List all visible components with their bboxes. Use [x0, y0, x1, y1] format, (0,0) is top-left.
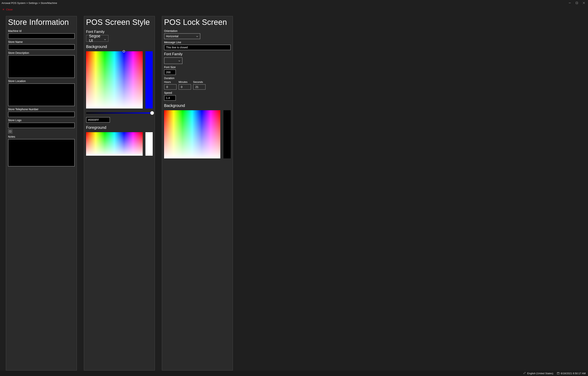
font-family-label-style: Font Family: [86, 30, 153, 34]
foreground-swatch: [145, 132, 153, 156]
font-family-select-lock[interactable]: [164, 57, 182, 64]
store-information-panel: Store Information Machine Id Store Name …: [6, 16, 77, 371]
font-size-input[interactable]: [164, 70, 176, 75]
lock-background-spectrum[interactable]: [164, 110, 220, 158]
store-location-label: Store Location: [8, 80, 75, 83]
speed-input[interactable]: [164, 95, 176, 101]
notes-label: Notes: [8, 135, 75, 138]
spectrum-cursor-icon: [123, 50, 125, 52]
chevron-down-icon: [196, 35, 198, 37]
datetime-value: 6/18/2021 6:50:17 AM: [561, 372, 586, 375]
font-family-select-style[interactable]: Segoe UI: [86, 35, 108, 42]
status-language[interactable]: A 字 English (United States): [523, 372, 553, 375]
font-family-value-style: Segoe UI: [89, 34, 104, 43]
orientation-value: Horizontal: [166, 35, 178, 38]
chevron-down-icon: [104, 37, 106, 40]
background-hex-input[interactable]: [86, 117, 110, 123]
orientation-label: Orientation: [164, 29, 231, 32]
svg-rect-1: [576, 2, 578, 4]
duration-row: Hours 0 Minutes 0 Seconds 21: [164, 81, 231, 90]
speed-label: Speed: [164, 91, 231, 94]
foreground-color-picker: [86, 132, 153, 156]
breadcrumb: Arrowat POS System > Settings > Store/Ma…: [1, 1, 57, 4]
hours-select[interactable]: 0: [164, 84, 177, 90]
window-controls: [568, 1, 587, 4]
background-spectrum[interactable]: [86, 51, 143, 108]
open-file-icon: [9, 130, 11, 133]
background-color-picker: [86, 51, 153, 108]
background-luminosity-slider[interactable]: [86, 112, 153, 114]
font-family-label-lock: Font Family: [164, 52, 231, 56]
foreground-label-style: Foreground: [86, 125, 153, 130]
svg-rect-8: [557, 373, 559, 375]
panel-title-lock-screen: POS Lock Screen: [164, 18, 231, 27]
store-description-label: Store Description: [8, 51, 75, 54]
lock-background-swatch: [224, 110, 231, 158]
pos-lock-screen-panel: POS Lock Screen Orientation Horizontal M…: [162, 16, 233, 371]
store-logo-input[interactable]: [8, 123, 75, 128]
close-button[interactable]: ✕ Close: [2, 8, 12, 11]
slider-thumb-icon: [150, 111, 154, 115]
seconds-label: Seconds: [193, 81, 206, 84]
store-location-input[interactable]: [8, 84, 75, 106]
pos-screen-style-panel: POS Screen Style Font Family Segoe UI Ba…: [84, 16, 155, 371]
calendar-icon: [557, 372, 560, 375]
minimize-button[interactable]: [568, 1, 571, 4]
statusbar: A 字 English (United States) 6/18/2021 6:…: [0, 371, 588, 376]
background-label-lock: Background: [164, 104, 231, 108]
status-datetime: 6/18/2021 6:50:17 AM: [557, 372, 586, 375]
language-icon: A 字: [523, 372, 526, 375]
svg-text:字: 字: [524, 372, 526, 373]
machine-id-input[interactable]: [8, 33, 75, 39]
duration-label: Duration: [164, 77, 231, 80]
toolbar: ✕ Close: [0, 6, 588, 13]
hours-value: 0: [166, 85, 168, 89]
machine-id-label: Machine Id: [8, 29, 75, 32]
browse-logo-button[interactable]: [8, 129, 12, 134]
content-area: Store Information Machine Id Store Name …: [0, 13, 588, 371]
store-name-input[interactable]: [8, 44, 75, 50]
store-telephone-input[interactable]: [8, 112, 75, 117]
maximize-button[interactable]: [576, 1, 578, 4]
lock-background-color-picker: [164, 110, 231, 158]
message-line-input[interactable]: [164, 45, 231, 50]
chevron-down-icon: [178, 60, 181, 62]
store-name-label: Store Name: [8, 40, 75, 43]
seconds-select[interactable]: 21: [193, 84, 206, 90]
language-value: English (United States): [527, 372, 553, 375]
seconds-value: 21: [195, 85, 199, 89]
store-logo-label: Store Logo: [8, 119, 75, 122]
background-label-style: Background: [86, 44, 153, 49]
store-description-input[interactable]: [8, 55, 75, 78]
panel-title-screen-style: POS Screen Style: [86, 18, 153, 27]
minutes-select[interactable]: 0: [179, 84, 191, 90]
close-icon: ✕: [2, 8, 4, 11]
background-swatch: [145, 51, 153, 108]
store-telephone-label: Store Telephone Number: [8, 108, 75, 111]
close-label: Close: [6, 8, 12, 11]
panel-title-store-info: Store Information: [8, 18, 75, 27]
minutes-label: Minutes: [179, 81, 191, 84]
minutes-value: 0: [181, 85, 182, 89]
hours-label: Hours: [164, 81, 177, 84]
foreground-spectrum[interactable]: [86, 132, 143, 156]
notes-input[interactable]: [8, 139, 75, 167]
message-line-label: Message Line: [164, 41, 231, 44]
titlebar: Arrowat POS System > Settings > Store/Ma…: [0, 0, 588, 6]
svg-line-5: [10, 131, 11, 132]
font-size-label: Font Size: [164, 66, 231, 69]
orientation-select[interactable]: Horizontal: [164, 33, 200, 39]
close-window-button[interactable]: [583, 1, 585, 4]
